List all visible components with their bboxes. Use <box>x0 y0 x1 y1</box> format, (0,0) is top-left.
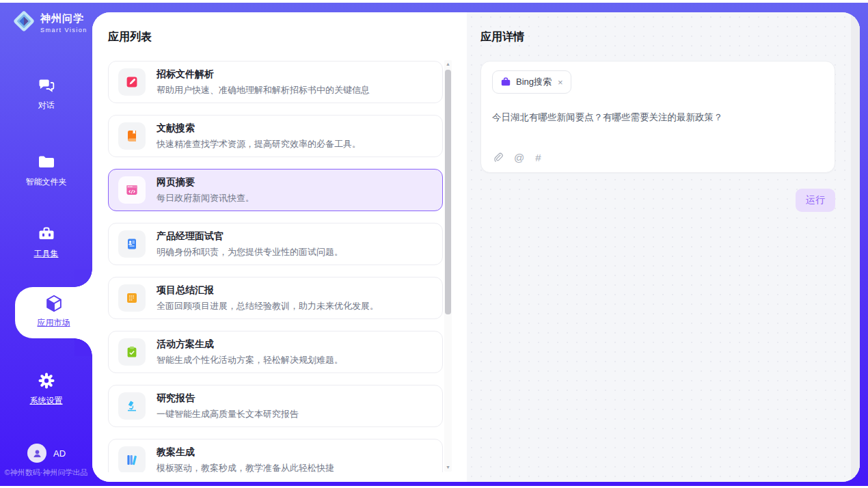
app-detail-panel: 应用详情 Bing搜索 × 今日湖北有哪些新闻要点？有哪些需要关注的最新政策？ <box>467 12 860 482</box>
app-list-panel: 应用列表 招标文件解析 帮助用户快速、准确地理解和解析招标书中的关键信息 <box>92 12 467 482</box>
app-card-subtitle: 快速精准查找学术资源，提高研究效率的必备工具。 <box>157 138 361 150</box>
chat-icon <box>37 76 56 95</box>
app-frame: 神州问学 Smart Vision 对话 智能文件夹 <box>0 3 868 486</box>
book-icon <box>118 122 146 150</box>
app-card-subtitle: 每日政府新闻资讯快查。 <box>157 192 254 204</box>
browser-code-icon <box>118 176 146 204</box>
sidebar-item-toolbox[interactable]: 工具集 <box>0 224 92 260</box>
sidebar-item-label: 工具集 <box>34 249 59 258</box>
cube-icon <box>44 293 64 314</box>
microscope-icon <box>118 392 146 420</box>
app-card-title: 研究报告 <box>157 392 299 405</box>
interviewer-icon <box>118 230 146 258</box>
avatar <box>27 444 46 463</box>
app-card-title: 活动方案生成 <box>157 338 343 351</box>
sidebar-item-settings[interactable]: 系统设置 <box>0 371 92 407</box>
app-card-title: 文献搜索 <box>157 122 361 135</box>
app-card-event-plan[interactable]: 活动方案生成 智能生成个性化活动方案，轻松解决规划难题。 <box>108 331 443 373</box>
gear-icon <box>37 371 56 390</box>
app-logo: 神州问学 Smart Vision <box>12 10 87 36</box>
app-card-project-summary[interactable]: 项目总结汇报 全面回顾项目进展，总结经验教训，助力未来优化发展。 <box>108 277 443 319</box>
sidebar-item-label: 应用市场 <box>38 318 70 327</box>
sidebar-item-chat[interactable]: 对话 <box>0 76 92 111</box>
copyright-footer: ©神州数码·神州问学出品 <box>0 467 92 478</box>
sidebar: 神州问学 Smart Vision 对话 智能文件夹 <box>0 3 92 486</box>
sidebar-item-label: 系统设置 <box>30 396 63 405</box>
user-name: AD <box>53 448 66 459</box>
app-card-subtitle: 明确身份和职责，为您提供专业性的面试问题。 <box>157 246 343 258</box>
prompt-input[interactable]: 今日湖北有哪些新闻要点？有哪些需要关注的最新政策？ <box>492 111 824 124</box>
app-detail-title: 应用详情 <box>480 30 835 44</box>
detail-scrollbar-track[interactable] <box>851 12 860 482</box>
app-card-title: 教案生成 <box>157 446 334 459</box>
note-icon <box>118 284 146 312</box>
scroll-down-arrow-icon[interactable]: ▼ <box>444 463 452 472</box>
hash-icon[interactable]: # <box>535 152 541 163</box>
folder-icon <box>37 152 56 172</box>
app-card-subtitle: 模板驱动，教案秒成，教学准备从此轻松快捷 <box>157 462 334 473</box>
brand-subtitle: Smart Vision <box>40 27 87 33</box>
document-edit-icon <box>118 68 146 96</box>
app-card-subtitle: 帮助用户快速、准确地理解和解析招标书中的关键信息 <box>157 84 370 96</box>
tag-close-icon[interactable]: × <box>558 78 563 87</box>
sidebar-item-app-market[interactable]: 应用市场 <box>15 287 92 338</box>
briefcase-icon <box>500 77 511 87</box>
attachment-icon[interactable] <box>493 152 503 163</box>
app-list-scrollbar: ▲ ▼ <box>444 60 452 472</box>
app-card-web-summary[interactable]: 网页摘要 每日政府新闻资讯快查。 <box>108 169 443 211</box>
app-list: 招标文件解析 帮助用户快速、准确地理解和解析招标书中的关键信息 文献搜索 <box>108 61 443 472</box>
tool-tag-bing-search[interactable]: Bing搜索 × <box>492 70 571 94</box>
app-card-bid-document-parse[interactable]: 招标文件解析 帮助用户快速、准确地理解和解析招标书中的关键信息 <box>108 61 443 103</box>
clipboard-check-icon <box>118 338 146 366</box>
app-card-lesson-plan[interactable]: 教案生成 模板驱动，教案秒成，教学准备从此轻松快捷 <box>108 439 443 472</box>
gem-logo-icon <box>12 10 36 36</box>
app-card-research-report[interactable]: 研究报告 一键智能生成高质量长文本研究报告 <box>108 385 443 427</box>
brand-title: 神州问学 <box>40 12 87 25</box>
sidebar-item-label: 对话 <box>38 100 55 110</box>
scrollbar-thumb[interactable] <box>445 70 451 314</box>
prompt-card: Bing搜索 × 今日湖北有哪些新闻要点？有哪些需要关注的最新政策？ @ # <box>480 61 835 173</box>
books-icon <box>118 446 146 472</box>
app-card-subtitle: 智能生成个性化活动方案，轻松解决规划难题。 <box>157 354 343 366</box>
app-list-title: 应用列表 <box>108 30 467 44</box>
app-card-title: 招标文件解析 <box>157 68 370 81</box>
run-button[interactable]: 运行 <box>796 189 835 212</box>
app-card-literature-search[interactable]: 文献搜索 快速精准查找学术资源，提高研究效率的必备工具。 <box>108 115 443 157</box>
app-card-subtitle: 全面回顾项目进展，总结经验教训，助力未来优化发展。 <box>157 300 379 312</box>
app-card-title: 产品经理面试官 <box>157 230 343 243</box>
app-card-title: 网页摘要 <box>157 176 254 189</box>
sidebar-item-smart-folder[interactable]: 智能文件夹 <box>0 152 92 188</box>
scroll-up-arrow-icon[interactable]: ▲ <box>444 60 452 68</box>
tool-tag-label: Bing搜索 <box>516 76 552 88</box>
app-card-pm-interviewer[interactable]: 产品经理面试官 明确身份和职责，为您提供专业性的面试问题。 <box>108 223 443 265</box>
app-card-subtitle: 一键智能生成高质量长文本研究报告 <box>157 408 299 420</box>
user-profile[interactable]: AD <box>27 444 66 463</box>
input-toolbar: @ # <box>493 152 541 163</box>
mention-icon[interactable]: @ <box>514 152 524 163</box>
toolbox-icon <box>37 224 56 243</box>
main-content: 应用列表 招标文件解析 帮助用户快速、准确地理解和解析招标书中的关键信息 <box>92 12 860 482</box>
app-card-title: 项目总结汇报 <box>157 284 379 297</box>
sidebar-item-label: 智能文件夹 <box>26 177 67 187</box>
